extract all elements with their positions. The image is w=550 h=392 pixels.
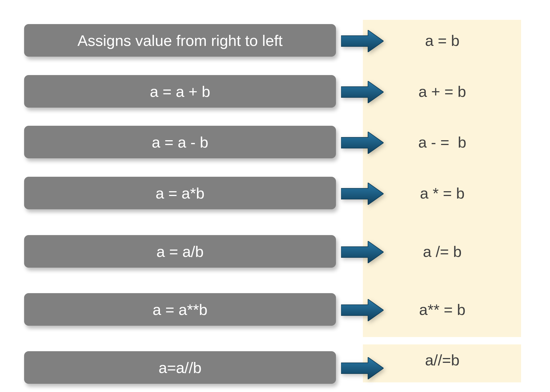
left-pill: Assigns value from right to left (24, 24, 336, 57)
right-label: a /= b (369, 243, 516, 260)
left-label: a = a/b (156, 243, 204, 260)
left-label: a = a - b (152, 133, 208, 151)
left-pill: a = a*b (24, 177, 336, 209)
right-label: a//=b (369, 351, 516, 369)
right-label: a = b (369, 32, 516, 49)
right-label: a + = b (369, 83, 516, 100)
left-pill: a = a - b (24, 126, 336, 158)
left-pill: a = a + b (24, 75, 336, 108)
left-pill: a = a**b (24, 293, 336, 326)
right-label: a * = b (369, 184, 516, 202)
right-label: a** = b (369, 301, 516, 318)
result-panel-main (363, 20, 521, 337)
diagram-canvas: Assigns value from right to left a = b a… (0, 0, 550, 392)
left-pill: a=a//b (24, 351, 336, 384)
left-label: a = a**b (153, 301, 208, 318)
left-label: Assigns value from right to left (77, 32, 282, 49)
left-label: a = a*b (156, 184, 205, 202)
left-label: a=a//b (158, 359, 202, 376)
right-label: a - = b (369, 133, 516, 151)
left-pill: a = a/b (24, 235, 336, 268)
left-label: a = a + b (150, 83, 210, 100)
